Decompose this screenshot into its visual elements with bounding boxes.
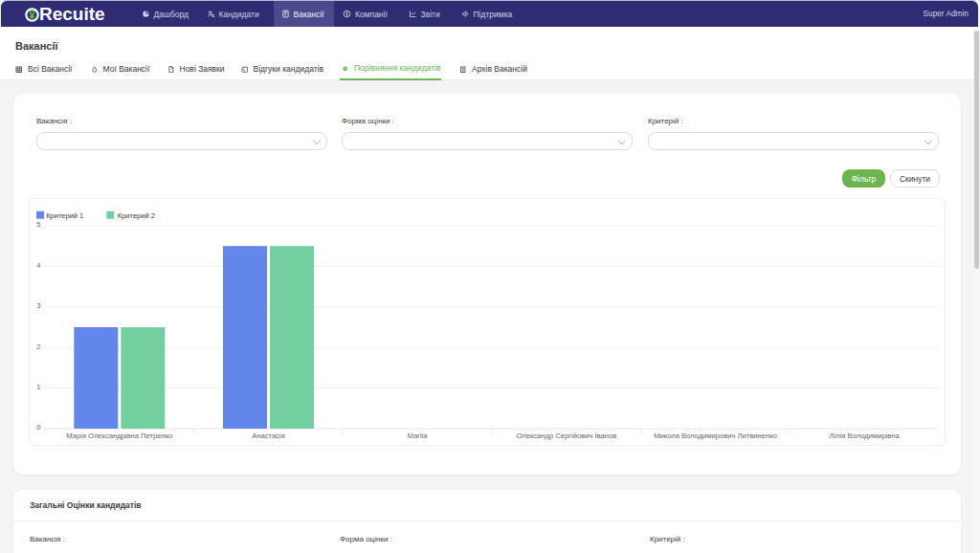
svg-text:Микола Володимирович Литвиненк: Микола Володимирович Литвиненко [654, 431, 777, 440]
svg-text:5: 5 [36, 220, 40, 229]
svg-text:4: 4 [36, 261, 40, 270]
svg-text:Лілія Володимирівна: Лілія Володимирівна [830, 431, 901, 440]
svg-text:0: 0 [36, 423, 40, 431]
svg-text:Критерий 2: Критерий 2 [118, 211, 155, 220]
svg-text:Олександр Сергійович Іванов: Олександр Сергійович Іванов [516, 431, 616, 440]
svg-text:Критерий 1: Критерий 1 [46, 211, 83, 220]
svg-text:Марія Олександрівна Петренко: Марія Олександрівна Петренко [66, 431, 172, 440]
svg-text:3: 3 [36, 301, 40, 310]
svg-text:2: 2 [36, 343, 40, 351]
svg-text:Mariia: Mariia [408, 431, 428, 440]
svg-text:1: 1 [36, 383, 40, 391]
svg-text:Анастасія: Анастасія [252, 431, 285, 440]
